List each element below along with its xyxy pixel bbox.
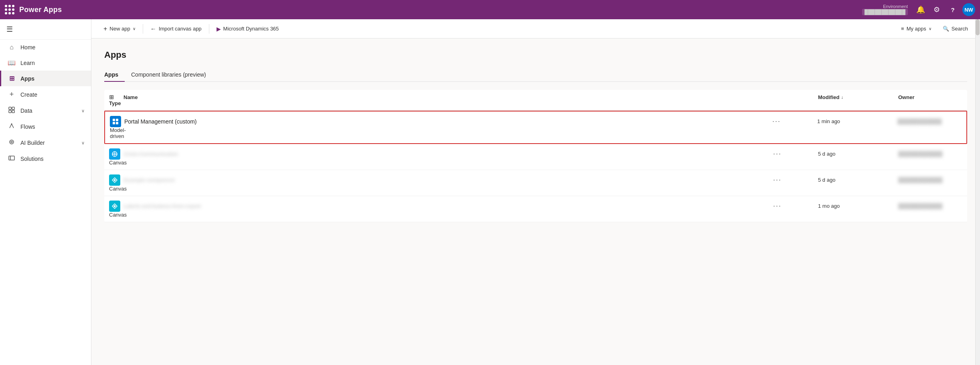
sidebar-item-solutions[interactable]: Solutions [0, 151, 91, 167]
settings-icon[interactable]: ⚙ [930, 3, 943, 16]
environment-label: Environment [883, 4, 908, 9]
app-actions-cell: ··· [770, 174, 818, 186]
learn-icon: 📖 [8, 59, 16, 67]
environment-value: ████████████ [862, 9, 908, 15]
sidebar-item-label: Home [20, 44, 35, 51]
table-row[interactable]: Crisis Communication ··· 5 d ago ███████… [104, 144, 967, 170]
import-canvas-app-button[interactable]: ← Import canvas app [146, 23, 206, 34]
col-type-header: Type [109, 100, 124, 106]
app-type-cell: Canvas [109, 160, 124, 166]
content-tabs: Apps Component libraries (preview) [104, 68, 967, 82]
chevron-down-icon: ∨ [81, 108, 85, 114]
sidebar: ☰ ⌂ Home 📖 Learn ⊞ Apps + Create [0, 19, 91, 365]
user-avatar[interactable]: NW [962, 3, 975, 16]
svg-rect-10 [113, 122, 115, 124]
dynamics-365-button[interactable]: ▶ Microsoft Dynamics 365 [213, 23, 283, 34]
select-all-icon: ⊞ [109, 94, 114, 100]
app-icon [110, 116, 121, 127]
svg-rect-9 [116, 119, 118, 121]
header-actions: 🔔 ⚙ ? NW [914, 3, 975, 16]
table-row[interactable]: Portal Management (custom) ··· 1 min ago… [104, 111, 967, 144]
app-modified-cell: 1 mo ago [818, 203, 898, 209]
table-row[interactable]: Labels and buttons from export ··· 1 mo … [104, 196, 967, 222]
sidebar-item-home[interactable]: ⌂ Home [0, 40, 91, 55]
help-icon[interactable]: ? [946, 3, 959, 16]
more-options-button[interactable]: ··· [770, 200, 785, 212]
app-actions-cell: ··· [769, 116, 817, 127]
svg-rect-2 [9, 110, 11, 113]
app-type-cell: Model-driven [110, 127, 124, 139]
app-owner-cell: ████████████ [898, 151, 962, 157]
apps-icon: ⊞ [8, 75, 16, 82]
search-icon: 🔍 [943, 26, 949, 32]
my-apps-label: My apps [907, 26, 926, 32]
sidebar-item-label: Solutions [20, 156, 44, 162]
sidebar-item-learn[interactable]: 📖 Learn [0, 55, 91, 71]
app-launcher-button[interactable] [5, 5, 14, 14]
sidebar-item-apps[interactable]: ⊞ Apps [0, 71, 91, 86]
app-icon-cell [109, 148, 124, 160]
dynamics-icon: ▶ [217, 26, 221, 32]
app-icon [109, 148, 120, 160]
main-content-area: + New app ∨ ← Import canvas app ▶ Micros… [91, 19, 980, 365]
chevron-down-icon: ∨ [81, 140, 85, 146]
new-app-button[interactable]: + New app ∨ [99, 23, 140, 35]
svg-rect-7 [9, 156, 14, 160]
ai-builder-icon [8, 139, 16, 147]
flows-icon [8, 123, 16, 131]
create-icon: + [8, 90, 16, 99]
more-options-button[interactable]: ··· [770, 174, 785, 186]
sidebar-item-label: AI Builder [20, 140, 45, 146]
app-icon [109, 174, 120, 186]
svg-rect-11 [116, 122, 118, 124]
app-modified-cell: 1 min ago [817, 118, 897, 124]
chevron-down-icon: ∨ [133, 26, 136, 31]
tab-apps[interactable]: Apps [104, 68, 125, 82]
app-icon-cell [109, 174, 124, 186]
data-icon [8, 107, 16, 115]
search-button[interactable]: 🔍 Search [939, 23, 972, 34]
app-icon [109, 201, 120, 212]
sidebar-item-flows[interactable]: Flows [0, 119, 91, 135]
app-modified-cell: 5 d ago [818, 177, 898, 183]
top-header: Power Apps Environment ████████████ 🔔 ⚙ … [0, 0, 980, 19]
tab-component-libraries[interactable]: Component libraries (preview) [125, 68, 213, 82]
svg-rect-3 [12, 110, 14, 113]
scrollbar-thumb[interactable] [976, 19, 980, 35]
modified-column-label: Modified [818, 94, 839, 100]
sidebar-item-label: Data [20, 107, 32, 114]
sidebar-item-create[interactable]: + Create [0, 86, 91, 103]
my-apps-button[interactable]: ≡ My apps ∨ [897, 23, 935, 34]
app-owner-cell: ████████████ [897, 118, 962, 124]
svg-point-6 [11, 141, 12, 143]
col-name-header[interactable]: Name [124, 94, 770, 100]
main-layout: ☰ ⌂ Home 📖 Learn ⊞ Apps + Create [0, 19, 980, 365]
page-content: Apps Apps Component libraries (preview) … [91, 39, 980, 365]
more-options-button[interactable]: ··· [770, 148, 785, 160]
app-logo: Power Apps [19, 6, 62, 14]
more-options-button[interactable]: ··· [769, 116, 784, 127]
search-label: Search [952, 26, 968, 32]
import-label: Import canvas app [159, 26, 202, 32]
notifications-icon[interactable]: 🔔 [914, 3, 927, 16]
scrollbar-track[interactable] [975, 19, 980, 365]
app-owner-cell: ████████████ [898, 177, 962, 183]
sidebar-item-data[interactable]: Data ∨ [0, 103, 91, 119]
sidebar-item-ai-builder[interactable]: AI Builder ∨ [0, 135, 91, 151]
app-name-cell: Crisis Communication [124, 151, 770, 157]
svg-rect-0 [9, 107, 11, 110]
apps-table: ⊞ Name Modified ↓ Owner Type [104, 90, 967, 222]
app-type-cell: Canvas [109, 212, 124, 218]
app-modified-cell: 5 d ago [818, 151, 898, 157]
sidebar-item-label: Create [20, 91, 37, 98]
sidebar-toggle-button[interactable]: ☰ [0, 19, 91, 40]
sidebar-item-label: Learn [20, 60, 35, 66]
col-modified-header[interactable]: Modified ↓ [818, 94, 898, 100]
svg-rect-8 [113, 119, 115, 121]
table-row[interactable]: Example component ··· 5 d ago ██████████… [104, 170, 967, 196]
home-icon: ⌂ [8, 44, 16, 51]
app-icon-cell [109, 201, 124, 212]
solutions-icon [8, 155, 16, 163]
toolbar-separator-2 [209, 24, 209, 34]
filter-icon: ≡ [901, 26, 904, 32]
